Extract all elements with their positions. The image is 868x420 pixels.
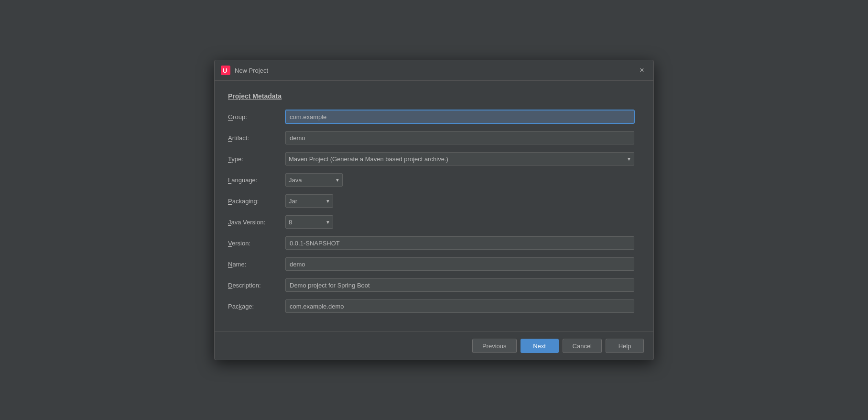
package-label: Package:: [228, 303, 285, 310]
type-row: Type: Maven Project (Generate a Maven ba…: [228, 152, 640, 166]
cancel-button[interactable]: Cancel: [563, 339, 602, 353]
type-select[interactable]: Maven Project (Generate a Maven based pr…: [285, 152, 634, 166]
name-row: Name:: [228, 257, 640, 271]
java-version-select[interactable]: 8 11 17 21: [285, 215, 333, 229]
description-input[interactable]: [285, 278, 634, 292]
new-project-dialog: U New Project × Project Metadata Group: …: [214, 60, 654, 360]
packaging-label: Packaging:: [228, 198, 285, 205]
packaging-select[interactable]: Jar War: [285, 194, 333, 208]
svg-text:U: U: [223, 67, 227, 74]
app-icon: U: [220, 65, 231, 76]
artifact-label: Artifact:: [228, 134, 285, 142]
description-row: Description:: [228, 278, 640, 292]
java-version-select-wrapper: 8 11 17 21 ▼: [285, 215, 333, 229]
language-label: Language:: [228, 177, 285, 184]
section-title: Project Metadata: [228, 92, 640, 100]
language-row: Language: Java Kotlin Groovy ▼: [228, 173, 640, 187]
dialog-title: New Project: [235, 67, 268, 74]
java-version-row: Java Version: 8 11 17 21 ▼: [228, 215, 640, 229]
version-row: Version:: [228, 236, 640, 250]
artifact-input[interactable]: [285, 131, 634, 144]
group-label: Group:: [228, 113, 285, 121]
version-label: Version:: [228, 240, 285, 247]
package-input[interactable]: [285, 299, 634, 313]
description-label: Description:: [228, 282, 285, 289]
group-input[interactable]: [285, 110, 634, 123]
version-input[interactable]: [285, 236, 634, 250]
packaging-row: Packaging: Jar War ▼: [228, 194, 640, 208]
language-select[interactable]: Java Kotlin Groovy: [285, 173, 343, 187]
dialog-body: Project Metadata Group: Artifact: Type:: [215, 81, 653, 332]
type-label: Type:: [228, 155, 285, 163]
name-label: Name:: [228, 261, 285, 268]
dialog-overlay: U New Project × Project Metadata Group: …: [0, 0, 868, 420]
language-select-wrapper: Java Kotlin Groovy ▼: [285, 173, 343, 187]
packaging-select-wrapper: Jar War ▼: [285, 194, 333, 208]
type-select-wrapper: Maven Project (Generate a Maven based pr…: [285, 152, 634, 166]
group-row: Group:: [228, 110, 640, 124]
next-button[interactable]: Next: [521, 339, 559, 353]
java-version-label: Java Version:: [228, 219, 285, 226]
artifact-row: Artifact:: [228, 131, 640, 145]
dialog-footer: Previous Next Cancel Help: [215, 332, 653, 360]
package-row: Package:: [228, 299, 640, 313]
close-button[interactable]: ×: [638, 66, 646, 74]
title-left: U New Project: [220, 65, 268, 76]
name-input[interactable]: [285, 257, 634, 271]
previous-button[interactable]: Previous: [472, 339, 517, 353]
dialog-titlebar: U New Project ×: [215, 60, 653, 81]
help-button[interactable]: Help: [606, 339, 644, 353]
